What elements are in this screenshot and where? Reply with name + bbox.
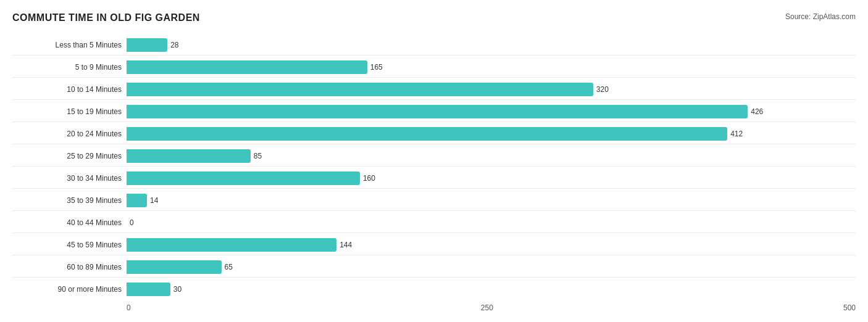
bar-value: 30 xyxy=(173,285,182,294)
bar-container: 65 xyxy=(127,260,856,274)
bar-label: 90 or more Minutes xyxy=(12,285,127,294)
bar-value: 426 xyxy=(751,107,763,116)
bar xyxy=(127,38,167,52)
bar-row: 5 to 9 Minutes165 xyxy=(12,57,856,78)
bar xyxy=(127,260,222,274)
bar-container: 28 xyxy=(127,38,856,52)
x-axis-label: 0 xyxy=(127,303,131,312)
bar-container: 85 xyxy=(127,149,856,163)
bar-label: 60 to 89 Minutes xyxy=(12,263,127,271)
chart-title: COMMUTE TIME IN OLD FIG GARDEN xyxy=(12,12,200,23)
bar-container: 30 xyxy=(127,283,856,296)
x-axis-labels: 0250500 xyxy=(127,303,856,312)
bar-label: 35 to 39 Minutes xyxy=(12,196,127,205)
bar-row: 35 to 39 Minutes14 xyxy=(12,190,856,211)
bar-row: 20 to 24 Minutes412 xyxy=(12,123,856,144)
bar-row: 45 to 59 Minutes144 xyxy=(12,234,856,255)
bar-container: 0 xyxy=(127,216,856,229)
bar-value: 320 xyxy=(596,85,609,94)
bar xyxy=(127,105,748,118)
chart-header: COMMUTE TIME IN OLD FIG GARDEN Source: Z… xyxy=(12,12,856,23)
bar-row: 15 to 19 Minutes426 xyxy=(12,101,856,122)
bar-row: 30 to 34 Minutes160 xyxy=(12,168,856,189)
bar-container: 14 xyxy=(127,194,856,207)
bar-value: 65 xyxy=(225,263,233,271)
bar-value: 412 xyxy=(730,130,743,138)
bar xyxy=(127,194,147,207)
bar xyxy=(127,127,727,141)
bar-label: 5 to 9 Minutes xyxy=(12,63,127,72)
bars-wrapper: Less than 5 Minutes285 to 9 Minutes16510… xyxy=(12,35,856,300)
bar-container: 426 xyxy=(127,105,856,118)
chart-source: Source: ZipAtlas.com xyxy=(785,12,856,21)
bar-value: 160 xyxy=(363,174,375,183)
bar-label: Less than 5 Minutes xyxy=(12,41,127,49)
bar-row: 40 to 44 Minutes0 xyxy=(12,212,856,233)
bar xyxy=(127,149,251,163)
bar-container: 165 xyxy=(127,60,856,74)
bar-row: 90 or more Minutes30 xyxy=(12,279,856,300)
bar-row: 60 to 89 Minutes65 xyxy=(12,257,856,278)
bar-label: 40 to 44 Minutes xyxy=(12,218,127,227)
bar-container: 144 xyxy=(127,238,856,252)
bar-row: Less than 5 Minutes28 xyxy=(12,35,856,56)
bar xyxy=(127,60,367,74)
x-axis-label: 250 xyxy=(481,303,493,312)
bar xyxy=(127,283,170,296)
bar xyxy=(127,83,593,96)
chart-wrapper: COMMUTE TIME IN OLD FIG GARDEN Source: Z… xyxy=(12,12,856,312)
bar-container: 412 xyxy=(127,127,856,141)
bar-value: 165 xyxy=(370,63,383,72)
bar-row: 10 to 14 Minutes320 xyxy=(12,79,856,100)
bar-value: 14 xyxy=(150,196,158,205)
bar-container: 320 xyxy=(127,83,856,96)
x-axis: 0250500 xyxy=(12,303,856,312)
x-axis-label: 500 xyxy=(843,303,856,312)
bar-label: 45 to 59 Minutes xyxy=(12,241,127,249)
bar-value: 85 xyxy=(254,152,262,160)
bar-value: 0 xyxy=(130,218,134,227)
bar xyxy=(127,238,336,252)
bar-value: 28 xyxy=(170,41,178,49)
bar-value: 144 xyxy=(340,241,352,249)
bar-label: 10 to 14 Minutes xyxy=(12,85,127,94)
bar-container: 160 xyxy=(127,171,856,185)
bar-row: 25 to 29 Minutes85 xyxy=(12,146,856,167)
bar-label: 15 to 19 Minutes xyxy=(12,107,127,116)
bar-label: 20 to 24 Minutes xyxy=(12,130,127,138)
bar-label: 30 to 34 Minutes xyxy=(12,174,127,183)
bar-label: 25 to 29 Minutes xyxy=(12,152,127,160)
bar xyxy=(127,171,360,185)
